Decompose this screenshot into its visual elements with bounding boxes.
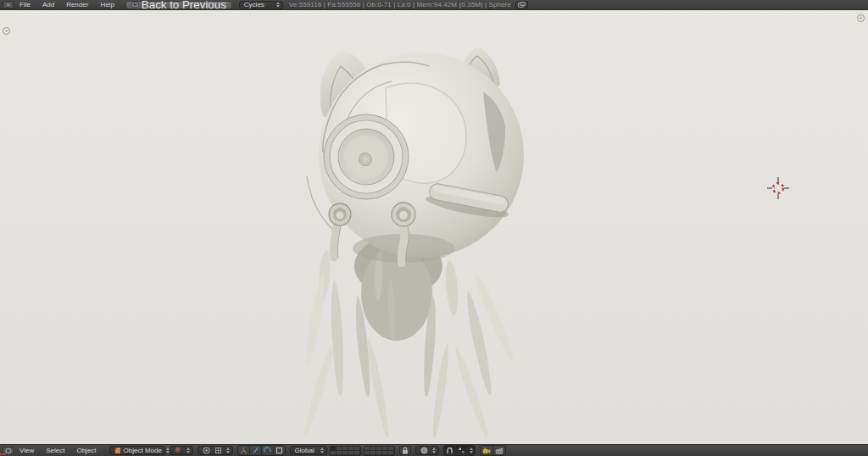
object-mode-icon [114,448,121,454]
render-engine-select[interactable]: Cycles [239,1,283,9]
opengl-render-image-button[interactable] [481,446,493,455]
menu-file[interactable]: File [14,1,36,8]
manipulator-toggle-button[interactable] [238,446,250,455]
snap-increment-icon [458,447,465,454]
pivot-point-select[interactable] [198,446,233,455]
layer-cell[interactable] [364,451,370,455]
robot-model [301,47,524,439]
magnet-icon [446,447,453,454]
shading-rendered-icon [175,447,182,454]
layer-cell[interactable] [337,451,342,455]
menu-object[interactable]: Object [70,447,102,454]
3d-viewport[interactable]: + + [0,10,868,444]
layer-buttons-group-2[interactable] [364,446,395,456]
layer-cell[interactable] [376,451,382,455]
area-corner-marker [0,453,6,455]
layer-cell[interactable] [370,451,376,455]
dropdown-arrows-icon [432,448,436,453]
camera-icon [482,448,491,454]
proportional-edit-select[interactable] [415,446,439,455]
manipulator-buttons [237,445,286,456]
dropdown-arrows-icon [470,448,473,453]
dropdown-arrows-icon [320,448,324,453]
menu-select[interactable]: Select [40,447,70,454]
orientation-value: Global [295,447,314,454]
expand-region-icon[interactable]: + [857,14,865,22]
layer-cell[interactable] [331,451,337,455]
opengl-render-animation-button[interactable] [493,446,505,455]
layer-cell[interactable] [342,451,348,455]
expand-region-icon[interactable]: + [3,27,10,35]
pivot-center-icon [203,447,210,454]
dropdown-arrows-icon [276,2,280,8]
lock-icon [402,447,409,454]
editor-type-icon[interactable]: ≡ [3,1,14,8]
translate-arrow-icon [252,447,259,454]
screen-layout-button[interactable] [515,1,528,8]
proportional-circle-icon [420,447,428,454]
axes-tripod-icon [240,447,248,454]
mode-value: Object Mode [124,447,162,454]
screen-icon [518,2,526,8]
engine-value: Cycles [244,1,264,8]
layer-cell[interactable] [348,451,354,455]
menu-help[interactable]: Help [94,1,120,8]
dropdown-arrows-icon [186,448,190,453]
layer-cell[interactable] [354,451,360,455]
transform-orientation-select[interactable]: Global [290,446,327,455]
snap-element-button[interactable] [456,446,468,455]
lock-to-scene-button[interactable] [399,446,411,455]
menu-view[interactable]: View [14,447,40,454]
layer-cell[interactable] [388,451,394,455]
back-to-previous-button[interactable]: Back to Previous [125,1,232,9]
opengl-render-buttons [480,445,506,456]
menu-add[interactable]: Add [36,1,60,8]
film-clapper-icon [495,448,504,454]
pivot-align-icon [214,447,222,454]
dropdown-arrows-icon [226,448,230,453]
translate-manipulator-button[interactable] [250,446,262,455]
rotate-manipulator-button[interactable] [262,446,274,455]
viewport-shading-select[interactable] [170,446,193,455]
layer-cell[interactable] [382,451,388,455]
info-header: ≡ File Add Render Help Back to Previous … [0,0,868,10]
scale-manipulator-button[interactable] [274,446,285,455]
scene-stats: Ve:559116 | Fa:555556 | Ob:0-71 | La:0 |… [289,1,511,8]
mode-select[interactable]: Object Mode [109,446,165,455]
rendered-scene [0,10,868,444]
viewport-header: View Select Object Object Mode [0,444,868,456]
snap-toggle-button[interactable] [444,446,456,455]
snap-controls [443,445,476,456]
menu-render[interactable]: Render [60,1,94,8]
rotate-arc-icon [264,447,271,454]
back-arrow-icon [131,2,139,8]
layer-buttons-group-1[interactable] [330,446,361,456]
scale-square-icon [275,447,283,454]
blender-window: ≡ File Add Render Help Back to Previous … [0,0,868,456]
3d-cursor [767,177,789,199]
